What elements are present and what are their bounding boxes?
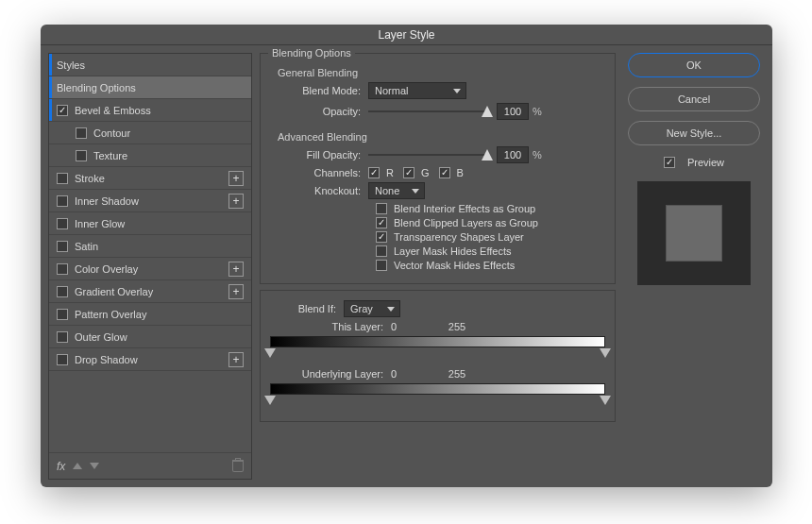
fill-opacity-row: Fill Opacity: % xyxy=(270,146,605,163)
checkbox-icon[interactable] xyxy=(76,127,87,139)
sidebar-item-gradient-overlay[interactable]: Gradient Overlay + xyxy=(49,280,251,303)
blend-mode-select[interactable]: Normal xyxy=(368,82,466,99)
underlying-slider[interactable] xyxy=(270,383,605,412)
opacity-label: Opacity: xyxy=(270,106,368,117)
add-effect-icon[interactable]: + xyxy=(228,352,244,367)
sidebar-label: Drop Shadow xyxy=(75,354,138,365)
checkbox-icon[interactable] xyxy=(76,150,87,161)
add-effect-icon[interactable]: + xyxy=(228,194,244,209)
preview-thumbnail xyxy=(637,181,751,285)
blend-mode-row: Blend Mode: Normal xyxy=(270,82,605,99)
sidebar-label: Bevel & Emboss xyxy=(75,105,151,116)
checkbox-icon[interactable] xyxy=(57,309,68,320)
sidebar-item-styles[interactable]: Styles xyxy=(49,54,251,76)
blending-options-group: Blending Options General Blending Blend … xyxy=(260,53,616,284)
opt-layer-mask-hides[interactable]: Layer Mask Hides Effects xyxy=(376,245,605,257)
knockout-select[interactable]: None xyxy=(368,182,425,199)
move-up-icon[interactable] xyxy=(73,463,82,469)
ok-button[interactable]: OK xyxy=(628,53,760,77)
knockout-row: Knockout: None xyxy=(270,182,605,199)
preview-swatch xyxy=(666,205,722,262)
sidebar-label: Contour xyxy=(93,127,130,139)
select-value: Gray xyxy=(350,303,373,314)
channel-r-checkbox[interactable]: R xyxy=(368,167,394,178)
move-down-icon[interactable] xyxy=(90,463,99,469)
sidebar-item-outer-glow[interactable]: Outer Glow xyxy=(49,326,251,348)
checkbox-icon[interactable] xyxy=(57,263,68,275)
dialog-content: Styles Blending Options Bevel & Emboss C… xyxy=(41,45,772,487)
opacity-slider[interactable] xyxy=(368,105,487,118)
sidebar-label: Outer Glow xyxy=(75,331,127,343)
sidebar-item-blending-options[interactable]: Blending Options xyxy=(49,76,251,99)
knockout-label: Knockout: xyxy=(270,185,368,196)
percent-label: % xyxy=(533,149,542,161)
sidebar-item-texture[interactable]: Texture xyxy=(49,144,251,167)
checkbox-icon[interactable] xyxy=(57,286,68,297)
sidebar-footer: fx xyxy=(49,452,251,479)
opacity-row: Opacity: % xyxy=(270,103,605,120)
fill-opacity-input[interactable] xyxy=(497,146,529,163)
sidebar-label: Gradient Overlay xyxy=(75,286,153,297)
general-heading: General Blending xyxy=(278,67,605,78)
right-panel: OK Cancel New Style... Preview xyxy=(623,53,765,480)
checkbox-icon[interactable] xyxy=(57,331,68,343)
group-title: Blending Options xyxy=(268,47,355,59)
checkbox-icon[interactable] xyxy=(57,105,68,116)
sidebar-item-inner-glow[interactable]: Inner Glow xyxy=(49,212,251,235)
fx-menu-icon[interactable]: fx xyxy=(57,460,65,473)
add-effect-icon[interactable]: + xyxy=(228,171,244,186)
channels-label: Channels: xyxy=(270,167,368,178)
new-style-button[interactable]: New Style... xyxy=(628,121,760,145)
sidebar-label: Inner Shadow xyxy=(75,195,139,207)
sidebar-item-bevel-emboss[interactable]: Bevel & Emboss xyxy=(49,99,251,122)
sidebar-item-satin[interactable]: Satin xyxy=(49,235,251,258)
range-low: 0 xyxy=(391,368,429,380)
channel-b-checkbox[interactable]: B xyxy=(439,167,464,178)
cancel-button[interactable]: Cancel xyxy=(628,87,760,111)
sidebar-label: Satin xyxy=(75,241,98,252)
checkbox-icon[interactable] xyxy=(57,218,68,229)
checkbox-icon[interactable] xyxy=(57,241,68,252)
checkbox-icon[interactable] xyxy=(664,157,675,168)
checkbox-icon[interactable] xyxy=(57,354,68,365)
blend-if-select[interactable]: Gray xyxy=(344,300,400,317)
underlying-labels: Underlying Layer: 0 255 xyxy=(270,368,605,380)
underlying-label: Underlying Layer: xyxy=(270,368,391,380)
sidebar-label: Inner Glow xyxy=(75,218,125,229)
blend-if-group: Blend If: Gray This Layer: 0 255 Underl xyxy=(260,290,616,422)
sidebar-item-stroke[interactable]: Stroke + xyxy=(49,167,251,190)
range-high: 255 xyxy=(429,321,485,332)
sidebar-label: Styles xyxy=(57,59,85,71)
sidebar-label: Texture xyxy=(93,150,127,161)
window-title: Layer Style xyxy=(41,25,772,45)
sidebar-item-inner-shadow[interactable]: Inner Shadow + xyxy=(49,190,251,212)
sidebar-item-pattern-overlay[interactable]: Pattern Overlay xyxy=(49,303,251,326)
range-high: 255 xyxy=(429,368,485,380)
sidebar-label: Stroke xyxy=(75,173,105,184)
checkbox-icon[interactable] xyxy=(57,195,68,207)
range-low: 0 xyxy=(391,321,429,332)
fill-opacity-slider[interactable] xyxy=(368,148,487,161)
advanced-options: Blend Interior Effects as Group Blend Cl… xyxy=(376,203,605,271)
sidebar-item-drop-shadow[interactable]: Drop Shadow + xyxy=(49,348,251,371)
opt-clipped-layers[interactable]: Blend Clipped Layers as Group xyxy=(376,217,605,228)
sidebar-item-color-overlay[interactable]: Color Overlay + xyxy=(49,258,251,280)
advanced-heading: Advanced Blending xyxy=(278,131,605,143)
channel-g-checkbox[interactable]: G xyxy=(403,167,430,178)
opt-interior-effects[interactable]: Blend Interior Effects as Group xyxy=(376,203,605,214)
checkbox-icon[interactable] xyxy=(57,173,68,184)
opt-transparency-shapes[interactable]: Transparency Shapes Layer xyxy=(376,231,605,243)
this-layer-slider[interactable] xyxy=(270,336,605,364)
add-effect-icon[interactable]: + xyxy=(228,262,244,277)
opt-vector-mask-hides[interactable]: Vector Mask Hides Effects xyxy=(376,260,605,271)
layer-style-dialog: Layer Style Styles Blending Options Beve… xyxy=(41,25,772,487)
main-panel: Blending Options General Blending Blend … xyxy=(260,53,616,480)
channels-row: Channels: R G B xyxy=(270,167,605,178)
opacity-input[interactable] xyxy=(497,103,529,120)
select-value: None xyxy=(375,185,399,196)
sidebar-item-contour[interactable]: Contour xyxy=(49,122,251,144)
add-effect-icon[interactable]: + xyxy=(228,284,244,299)
preview-checkbox[interactable]: Preview xyxy=(664,157,724,168)
trash-icon[interactable] xyxy=(232,460,244,472)
sidebar-label: Blending Options xyxy=(57,82,136,93)
